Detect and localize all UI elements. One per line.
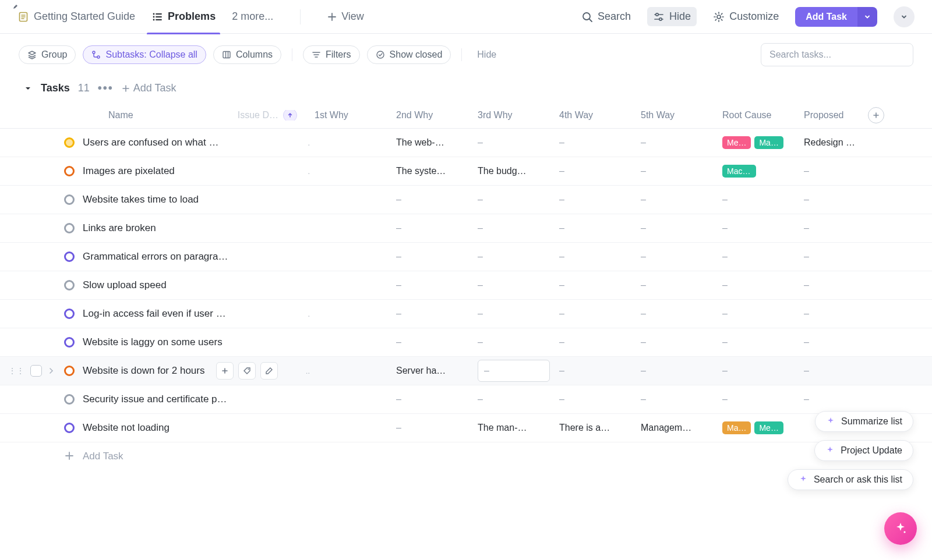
cell-4th-way[interactable]: – xyxy=(559,337,641,348)
cell-4th-way[interactable]: – xyxy=(559,280,641,290)
expand-icon[interactable] xyxy=(48,367,55,374)
task-name-cell[interactable]: Slow upload speed xyxy=(64,277,315,294)
task-name-cell[interactable]: Links are broken xyxy=(64,219,315,237)
col-proposed[interactable]: Proposed xyxy=(804,110,868,120)
col-issue[interactable]: Issue D… xyxy=(238,110,278,120)
cell-root-cause[interactable]: – xyxy=(722,194,804,205)
search-tasks-input[interactable] xyxy=(769,49,905,60)
status-dot[interactable] xyxy=(64,137,75,148)
status-dot[interactable] xyxy=(64,166,75,176)
task-row[interactable]: ⋮⋮Website is laggy on some users–––––– xyxy=(0,328,932,357)
status-dot[interactable] xyxy=(64,394,75,405)
task-name-cell[interactable]: Log-in access fail even if user credenti… xyxy=(64,305,315,322)
cell-3rd-why[interactable]: – xyxy=(478,194,559,205)
task-row[interactable]: ⋮⋮Slow upload speed–––––– xyxy=(0,271,932,300)
task-name-cell[interactable]: Website takes time to load xyxy=(64,191,315,208)
caret-down-icon[interactable] xyxy=(23,84,33,93)
columns-pill[interactable]: Columns xyxy=(213,45,281,64)
task-row[interactable]: ⋮⋮Website takes time to load–––––– xyxy=(0,186,932,214)
status-dot[interactable] xyxy=(64,280,75,290)
task-row[interactable]: ⋮⋮Log-in access fail even if user creden… xyxy=(0,300,932,328)
subtasks-pill[interactable]: Subtasks: Collapse all xyxy=(83,45,206,64)
more-menu[interactable] xyxy=(894,6,915,27)
cell-proposed[interactable]: – xyxy=(804,337,868,348)
cell-root-cause[interactable]: – xyxy=(722,251,804,262)
cell-proposed[interactable]: – xyxy=(804,251,868,262)
cell-2nd-why[interactable]: Server ha… xyxy=(396,366,478,376)
group-more[interactable]: ••• xyxy=(98,81,114,95)
cell-5th-way[interactable]: – xyxy=(641,366,722,376)
status-dot[interactable] xyxy=(64,337,75,348)
add-task-button[interactable]: Add Task xyxy=(795,7,857,27)
add-task-dropdown[interactable] xyxy=(857,7,877,27)
task-name-cell[interactable]: Grammatical errors on paragraphs xyxy=(64,248,315,265)
cell-proposed[interactable]: – xyxy=(804,280,868,290)
cell-root-cause[interactable]: – xyxy=(722,337,804,348)
col-name[interactable]: Name Issue D… xyxy=(64,110,315,120)
cell-5th-way[interactable]: – xyxy=(641,394,722,405)
cell-proposed[interactable]: – xyxy=(804,366,868,376)
drag-handle-icon[interactable]: ⋮⋮ xyxy=(8,366,24,375)
task-row[interactable]: ⋮⋮Security issue and certificate problem… xyxy=(0,385,932,414)
cell-3rd-why[interactable]: – xyxy=(478,251,559,262)
cell-5th-way[interactable]: – xyxy=(641,137,722,148)
edit-button[interactable] xyxy=(260,362,278,380)
row-checkbox[interactable] xyxy=(30,365,42,377)
col-5th-way[interactable]: 5th Way xyxy=(641,110,722,120)
task-name-cell[interactable]: Website is laggy on some users xyxy=(64,334,315,351)
cell-3rd-why[interactable]: – xyxy=(478,280,559,290)
task-name-cell[interactable]: Users are confused on what menu to click… xyxy=(64,134,315,151)
tab-more[interactable]: 2 more... xyxy=(232,0,273,34)
cell-root-cause[interactable]: – xyxy=(722,223,804,233)
cell-4th-way[interactable]: There is a… xyxy=(559,423,641,433)
cell-3rd-why[interactable]: – xyxy=(478,137,559,148)
cell-2nd-why[interactable]: – xyxy=(396,394,478,405)
tab-problems[interactable]: Problems xyxy=(151,0,216,34)
cell-root-cause[interactable]: – xyxy=(722,309,804,319)
status-dot[interactable] xyxy=(64,251,75,262)
cell-3rd-why[interactable]: – xyxy=(478,223,559,233)
cell-3rd-why[interactable]: – xyxy=(478,337,559,348)
search-button[interactable]: Search xyxy=(576,7,637,26)
status-dot[interactable] xyxy=(64,366,75,376)
task-row[interactable]: ⋮⋮Grammatical errors on paragraphs–––––– xyxy=(0,243,932,271)
cell-2nd-why[interactable]: – xyxy=(396,337,478,348)
add-subtask-button[interactable] xyxy=(216,362,234,380)
cell-5th-way[interactable]: – xyxy=(641,251,722,262)
root-cause-tag[interactable]: Ma… xyxy=(722,421,751,434)
cell-4th-way[interactable]: – xyxy=(559,394,641,405)
task-row[interactable]: ⋮⋮Links are broken–––––– xyxy=(0,214,932,243)
cell-2nd-why[interactable]: – xyxy=(396,223,478,233)
cell-3rd-why[interactable]: – xyxy=(478,360,550,382)
task-row[interactable]: ⋮⋮Users are confused on what menu to cli… xyxy=(0,129,932,157)
cell-5th-way[interactable]: – xyxy=(641,309,722,319)
search-tasks[interactable] xyxy=(761,43,913,66)
root-cause-tag[interactable]: Me… xyxy=(722,136,751,149)
task-name-cell[interactable]: Images are pixelated. xyxy=(64,162,315,180)
cell-5th-way[interactable]: – xyxy=(641,337,722,348)
cell-root-cause[interactable]: – xyxy=(722,366,804,376)
chip-summarize[interactable]: Summarize list xyxy=(815,411,913,432)
cell-2nd-why[interactable]: The syste… xyxy=(396,166,478,176)
customize-button[interactable]: Customize xyxy=(707,7,785,26)
cell-5th-way[interactable]: – xyxy=(641,280,722,290)
status-dot[interactable] xyxy=(64,223,75,233)
cell-5th-way[interactable]: Managem… xyxy=(641,423,722,433)
cell-4th-way[interactable]: – xyxy=(559,251,641,262)
cell-3rd-why[interactable]: – xyxy=(478,309,559,319)
cell-3rd-why[interactable]: The man-… xyxy=(478,423,559,433)
task-name-cell[interactable]: Security issue and certificate problem xyxy=(64,391,315,408)
cell-2nd-why[interactable]: – xyxy=(396,423,478,433)
cell-3rd-why[interactable]: – xyxy=(478,394,559,405)
tab-getting-started[interactable]: Getting Started Guide xyxy=(17,0,135,34)
root-cause-tag[interactable]: Ma… xyxy=(754,136,783,149)
cell-4th-way[interactable]: – xyxy=(559,166,641,176)
cell-root-cause[interactable]: Machine xyxy=(722,165,804,178)
cell-2nd-why[interactable]: – xyxy=(396,194,478,205)
cell-5th-way[interactable]: – xyxy=(641,223,722,233)
sort-asc-icon[interactable] xyxy=(283,110,297,120)
chip-search-ask[interactable]: Search or ask this list xyxy=(788,469,913,490)
cell-4th-way[interactable]: – xyxy=(559,366,641,376)
show-closed-pill[interactable]: Show closed xyxy=(367,45,451,64)
add-view[interactable]: View xyxy=(327,0,364,34)
